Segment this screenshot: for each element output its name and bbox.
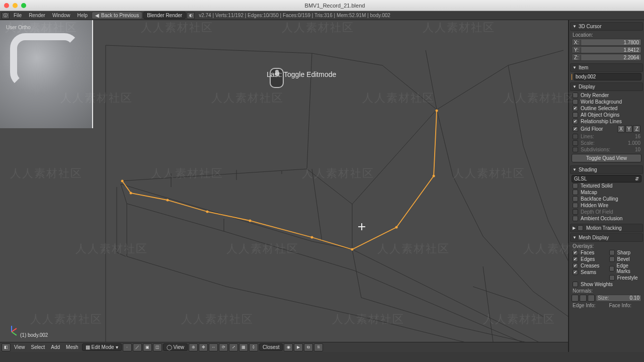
cursor-y-value: 1.8412 <box>581 47 641 53</box>
translate-icon[interactable]: ↔ <box>209 343 218 351</box>
hidden-wire-check[interactable]: Hidden Wire <box>572 202 641 209</box>
render-engine-label: Blender Render <box>147 13 182 18</box>
section-3d-cursor[interactable]: ▼3D Cursor <box>570 22 643 31</box>
axis-z-button[interactable]: Z <box>633 125 640 133</box>
section-display[interactable]: ▼Display <box>570 82 643 91</box>
zoom-window-icon[interactable] <box>21 3 26 8</box>
layer-icon[interactable]: ▦ <box>239 343 248 351</box>
shading-select[interactable]: ◯ View <box>163 343 188 351</box>
menu-mesh[interactable]: Mesh <box>63 344 80 350</box>
vert-normal-icon[interactable] <box>572 295 579 302</box>
chevron-down-icon: ▼ <box>573 167 577 172</box>
back-to-previous-button[interactable]: ◀ Back to Previous <box>92 12 142 19</box>
object-data-icon[interactable] <box>572 74 572 80</box>
bevel-check[interactable]: Bevel <box>608 256 642 262</box>
edges-check[interactable]: Edges <box>572 256 605 262</box>
show-weights-check[interactable]: Show Weights <box>572 281 641 288</box>
axis-x-button[interactable]: X <box>617 125 625 133</box>
mode-select[interactable]: ▦ Edit Mode ▾ <box>82 343 122 351</box>
creases-check[interactable]: Creases <box>572 262 605 269</box>
loop-normal-icon[interactable] <box>580 295 587 302</box>
3d-viewport[interactable]: User Ortho Last: Toggle Editmode (1) bod… <box>0 20 569 352</box>
rotate-icon[interactable]: ⟳ <box>219 343 228 351</box>
svg-point-2 <box>167 199 169 202</box>
all-origins-check[interactable]: All Object Origins <box>572 112 641 118</box>
manipulator-icon[interactable]: ✥ <box>199 343 208 351</box>
render-preview-icon[interactable]: ▶ <box>294 343 303 351</box>
matcap-check[interactable]: Matcap <box>572 189 641 196</box>
menu-view[interactable]: View <box>12 344 28 350</box>
check-label: Freestyle <box>617 275 638 281</box>
menu-window[interactable]: Window <box>49 13 73 18</box>
axis-y-button[interactable]: Y <box>625 125 633 133</box>
cursor-y-field[interactable]: Y:1.8412 <box>572 46 641 53</box>
snap-target-select[interactable]: Closest <box>259 343 283 351</box>
freestyle-check[interactable]: Freestyle <box>608 275 642 281</box>
face-select-icon[interactable]: ▣ <box>143 343 152 351</box>
relationship-lines-check[interactable]: Relationship Lines <box>572 118 641 125</box>
check-label: Edges <box>581 256 595 262</box>
chevron-updown-icon: ▾ <box>116 344 118 350</box>
motion-enable-check[interactable] <box>578 225 583 231</box>
menu-select[interactable]: Select <box>29 344 48 350</box>
overlays-label: Overlays: <box>572 243 641 249</box>
window-title: BMV1_Record_21.blend <box>30 3 640 9</box>
menu-add[interactable]: Add <box>48 344 62 350</box>
snap-toggle-icon[interactable]: ⧲ <box>249 343 258 351</box>
world-bg-check[interactable]: World Background <box>572 99 641 105</box>
editor-type-icon[interactable]: ⓘ <box>2 12 10 19</box>
paste-icon[interactable]: ⎘ <box>314 343 323 351</box>
back-icon: ◀ <box>95 13 99 18</box>
scale-icon[interactable]: ⤢ <box>229 343 238 351</box>
normal-size-field[interactable]: Size:0.10 <box>596 295 641 302</box>
n-panel[interactable]: ▼3D Cursor Location: X:1.7800 Y:1.8412 Z… <box>569 20 644 352</box>
chevron-down-icon: ▼ <box>573 24 577 29</box>
menu-help[interactable]: Help <box>74 13 91 18</box>
textured-solid-check[interactable]: Textured Solid <box>572 183 641 189</box>
field-value: 10 <box>635 147 640 152</box>
section-item[interactable]: ▼Item <box>570 63 643 72</box>
only-render-check[interactable]: Only Render <box>572 92 641 99</box>
face-normal-icon[interactable] <box>588 295 595 302</box>
section-title: Motion Tracking <box>586 225 622 231</box>
prop-edit-icon[interactable]: ◉ <box>284 343 293 351</box>
copy-icon[interactable]: ⧉ <box>304 343 313 351</box>
edge-marks-check[interactable]: Edge Marks <box>608 262 642 275</box>
svg-point-7 <box>395 226 398 229</box>
seams-check[interactable]: Seams <box>572 269 605 276</box>
pivot-icon[interactable]: ⊕ <box>189 343 198 351</box>
close-window-icon[interactable] <box>4 3 9 8</box>
field-label: Subdivisions: <box>581 147 610 152</box>
edge-select-icon[interactable]: ／ <box>133 343 142 351</box>
section-shading[interactable]: ▼Shading <box>570 165 643 174</box>
section-mesh-display[interactable]: ▼Mesh Display <box>570 233 643 242</box>
face-info-label: Face Info: <box>608 302 642 309</box>
minimize-window-icon[interactable] <box>13 3 18 8</box>
check-label: Backface Culling <box>581 196 618 202</box>
backface-culling-check[interactable]: Backface Culling <box>572 196 641 202</box>
faces-check[interactable]: Faces <box>572 249 605 256</box>
editmode-icon: ▦ <box>86 344 90 350</box>
cursor-z-field[interactable]: Z:2.2064 <box>572 54 641 61</box>
check-label: Faces <box>581 250 594 255</box>
sharp-check[interactable]: Sharp <box>608 249 642 256</box>
grid-floor-check[interactable]: Grid Floor X Y Z <box>572 125 641 133</box>
section-motion-tracking[interactable]: ▶Motion Tracking <box>570 224 643 232</box>
shading-mode-select[interactable]: GLSL⇵ <box>572 175 641 183</box>
scene-icon[interactable]: ◐ <box>187 12 195 19</box>
object-name-input[interactable] <box>574 73 641 80</box>
menu-file[interactable]: File <box>11 13 25 18</box>
outline-selected-check[interactable]: Outline Selected <box>572 105 641 112</box>
menu-render[interactable]: Render <box>26 13 48 18</box>
ao-check[interactable]: Ambient Occlusion <box>572 215 641 222</box>
sphere-icon: ◯ <box>167 344 172 350</box>
limit-select-icon[interactable]: ◫ <box>153 343 162 351</box>
view-projection-label: User Ortho <box>6 25 31 30</box>
render-engine-select[interactable]: Blender Render <box>143 12 186 19</box>
toggle-quad-view-button[interactable]: Toggle Quad View <box>572 154 641 162</box>
check-label: Creases <box>581 263 599 268</box>
normals-label: Normals: <box>572 288 641 294</box>
cursor-x-field[interactable]: X:1.7800 <box>572 39 641 46</box>
editor-type-3dview-icon[interactable]: ◧ <box>2 343 11 351</box>
vertex-select-icon[interactable]: ⋅ <box>123 343 132 351</box>
